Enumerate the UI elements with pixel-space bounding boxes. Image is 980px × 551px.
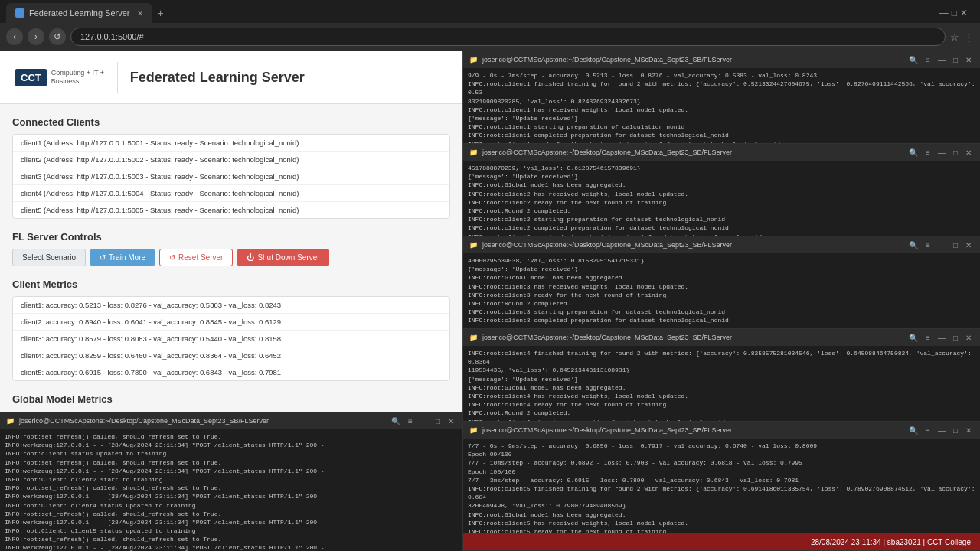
terminal-3-maximize-button[interactable]: □ [951, 241, 960, 249]
cct-logo: CCT Computing + IT + Business [15, 69, 105, 86]
minimize-button[interactable]: — [939, 8, 949, 18]
terminal-5-title: joserico@CCTMScApstone:~/Desktop/Capston… [482, 426, 732, 434]
terminal-5-minimize-button[interactable]: — [936, 426, 948, 435]
select-scenario-button[interactable]: Select Scenario [12, 249, 86, 266]
terminal-3-search-button[interactable]: 🔍 [906, 241, 920, 249]
t2-l2: {'message': 'Update received'} [468, 172, 975, 181]
close-button[interactable]: ✕ [960, 8, 968, 18]
terminal-2-search-button[interactable]: 🔍 [906, 148, 920, 157]
t5-l6: INFO:root:client5 finished training for … [468, 484, 975, 501]
terminal-5-maximize-button[interactable]: □ [951, 426, 960, 435]
tab-bar: Federated Learning Server ✕ + — □ ✕ [0, 0, 980, 23]
maximize-button[interactable]: □ [952, 8, 957, 18]
metric-item-1: client1: accuracy: 0.5213 - loss: 0.8276… [13, 297, 449, 314]
terminal-4-maximize-button[interactable]: □ [951, 334, 960, 342]
tab-close-button[interactable]: ✕ [137, 9, 143, 18]
metric-item-4: client4: accuracy: 0.8259 - loss: 0.6460… [13, 347, 449, 364]
bottom-terminal-maximize-button[interactable]: □ [433, 417, 443, 425]
client-item-1: client1 (Address: http://127.0.0.1:5001 … [13, 135, 449, 152]
terminal-1-line-2: INFO:root:client1 finished training for … [468, 80, 975, 96]
terminal-1-line-8: INFO:root:client1 ready for the start tr… [468, 140, 975, 144]
train-more-button[interactable]: ↺ Train More [90, 249, 155, 266]
terminal-1-maximize-button[interactable]: □ [951, 56, 960, 64]
t4-l8: INFO:root:client4 starting preparation f… [468, 418, 975, 422]
bottom-terminal-folder-icon: 📁 [6, 417, 15, 425]
terminal-3-menu-button[interactable]: ≡ [923, 241, 933, 249]
terminal-1-line-7: INFO:root:client1 completed preparation … [468, 131, 975, 139]
t3-l9: INFO:root:client3 received start trainin… [468, 325, 975, 329]
terminal-1-close-button[interactable]: ✕ [963, 56, 974, 64]
forward-button[interactable]: › [28, 28, 44, 45]
t2-l3: INFO:root:Global model has been aggregat… [468, 181, 975, 189]
t4-l7: INFO:root:Round 2 completed. [468, 409, 975, 417]
back-button[interactable]: ‹ [6, 28, 23, 45]
t5-l3: 7/7 - 10ms/step - accuracy: 0.6892 - los… [468, 458, 975, 467]
cct-subtitle: Computing + IT + Business [51, 69, 105, 86]
bt-l5: INFO:werkzeug:127.0.0.1 - - [28/Aug/2024… [5, 467, 458, 475]
metric-item-5: client5: accuracy: 0.6915 - loss: 0.7890… [13, 364, 449, 380]
bt-l1: INFO:root:set_refresh() called, should_r… [5, 432, 458, 441]
client-item-3: client3 (Address: http://127.0.0.1:5003 … [13, 168, 449, 185]
reload-button[interactable]: ↺ [49, 28, 66, 45]
terminal-3-close-button[interactable]: ✕ [963, 241, 974, 249]
terminal-1-menu-button[interactable]: ≡ [923, 56, 933, 64]
terminal-1-folder-icon: 📁 [469, 56, 478, 64]
t2-l5: INFO:root:client2 ready for the next rou… [468, 198, 975, 207]
terminal-1: 📁 joserico@CCTMScApstone:~/Desktop/Capst… [463, 51, 980, 144]
settings-icon[interactable]: ⋮ [964, 31, 974, 43]
terminal-4-close-button[interactable]: ✕ [963, 334, 974, 342]
terminal-4-menu-button[interactable]: ≡ [923, 334, 933, 342]
terminal-5-search-button[interactable]: 🔍 [906, 426, 920, 435]
bottom-terminal-close-button[interactable]: ✕ [446, 417, 456, 425]
metrics-list: client1: accuracy: 0.5213 - loss: 0.8276… [12, 296, 450, 381]
t2-l9: INFO:root:client2 received start trainin… [468, 233, 975, 236]
client-item-5: client5 (Address: http://127.0.0.1:5005 … [13, 202, 449, 218]
t4-l5: INFO:root:client4 has received weights, … [468, 392, 975, 400]
t5-l10: INFO:root:client5 ready for the next rou… [468, 527, 975, 533]
new-tab-button[interactable]: + [157, 7, 163, 19]
reset-server-button[interactable]: ↺ Reset Server [159, 249, 233, 266]
t3-l7: INFO:root:client3 starting preparation f… [468, 308, 975, 316]
client-list: client1 (Address: http://127.0.0.1:5001 … [12, 134, 450, 219]
browser-tab[interactable]: Federated Learning Server ✕ [6, 3, 152, 23]
shut-down-button[interactable]: ⏻ Shut Down Server [237, 249, 328, 266]
terminal-2-minimize-button[interactable]: — [936, 148, 948, 157]
header-divider [117, 62, 118, 93]
reset-icon: ↺ [169, 253, 175, 262]
terminal-4-search-button[interactable]: 🔍 [906, 334, 920, 342]
bt-l9: INFO:root:Client: client4 status updated… [5, 501, 458, 510]
bottom-terminal-minimize-button[interactable]: — [418, 417, 430, 425]
t2-l1: 4517888870239, 'val_loss': 0.61287546157… [468, 164, 975, 172]
bottom-terminal-search-button[interactable]: 🔍 [389, 417, 403, 425]
terminal-3: 📁 joserico@CCTMScApstone:~/Desktop/Capst… [463, 236, 980, 329]
terminal-2-maximize-button[interactable]: □ [951, 148, 960, 157]
t2-l8: INFO:root:client2 completed preparation … [468, 223, 975, 232]
t3-l5: INFO:root:client3 ready for the next rou… [468, 291, 975, 299]
terminal-1-line-1: 9/9 - 0s - 7ms/step - accuracy: 0.5213 -… [468, 71, 975, 80]
t4-l3: {'message': 'Update received'} [468, 375, 975, 383]
t5-l4: Epoch 100/100 [468, 468, 975, 476]
client-metrics-section: Client Metrics client1: accuracy: 0.5213… [12, 279, 450, 381]
bottom-terminal-menu-button[interactable]: ≡ [406, 417, 415, 425]
terminal-3-minimize-button[interactable]: — [936, 241, 948, 249]
terminal-3-folder-icon: 📁 [469, 241, 478, 249]
terminal-2-menu-button[interactable]: ≡ [923, 148, 933, 157]
client-item-2: client2 (Address: http://127.0.0.1:5002 … [13, 152, 449, 168]
bookmark-icon[interactable]: ☆ [950, 31, 959, 43]
terminal-1-minimize-button[interactable]: — [936, 56, 948, 64]
terminal-5-menu-button[interactable]: ≡ [923, 426, 933, 435]
browser-chrome: Federated Learning Server ✕ + — □ ✕ ‹ › … [0, 0, 980, 51]
t5-l8: INFO:root:Global model has been aggregat… [468, 510, 975, 519]
t5-l1: 7/7 - 0s - 9ms/step - accuracy: 0.6856 -… [468, 442, 975, 450]
connected-clients-title: Connected Clients [12, 116, 450, 128]
terminal-5-close-button[interactable]: ✕ [963, 426, 974, 435]
terminal-2-close-button[interactable]: ✕ [963, 148, 974, 157]
power-icon: ⏻ [247, 253, 254, 262]
terminal-1-titlebar: 📁 joserico@CCTMScApstone:~/Desktop/Capst… [463, 51, 980, 68]
tab-favicon [15, 8, 24, 18]
address-bar[interactable]: 127.0.0.1:5000/# [70, 28, 946, 46]
terminal-3-content: 40000295639038, 'val_loss': 0.8158295154… [463, 253, 980, 328]
terminal-4-minimize-button[interactable]: — [936, 334, 948, 342]
terminal-3-title: joserico@CCTMScApstone:~/Desktop/Capston… [482, 241, 732, 249]
terminal-1-search-button[interactable]: 🔍 [906, 56, 920, 64]
